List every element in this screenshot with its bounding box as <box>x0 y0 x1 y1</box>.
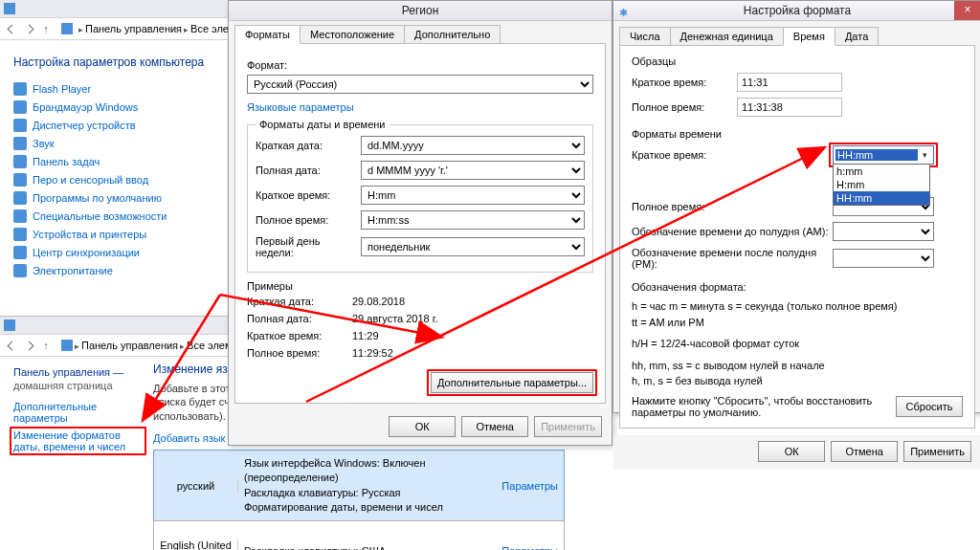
lang-add-button[interactable]: Добавить язык <box>153 432 225 444</box>
nav-fwd-icon[interactable] <box>21 21 36 36</box>
apply-button[interactable]: Применить <box>903 441 971 462</box>
example-value: 29.08.2018 <box>352 296 593 307</box>
reset-note: Нажмите кнопку "Сбросить", чтобы восстан… <box>632 395 886 418</box>
cp-item-icon <box>13 228 27 241</box>
highlight-advanced-params: Дополнительные параметры... <box>427 369 597 396</box>
cp-bottom-sidebar: Панель управления — домашняя страница До… <box>13 366 143 452</box>
ok-button[interactable]: ОК <box>389 416 456 437</box>
nav-up-icon[interactable]: ↑ <box>38 21 54 36</box>
region-tabstrip: Форматы Местоположение Дополнительно <box>234 25 606 44</box>
short-time-options[interactable]: h:mmH:mmHH:mm <box>833 164 930 206</box>
language-params-link[interactable]: Языковые параметры <box>247 101 354 113</box>
select-option[interactable]: h:mm <box>834 165 929 178</box>
cp-item-icon <box>13 246 27 259</box>
region-button-row: ОК Отмена Применить <box>229 410 612 445</box>
region-dialog: Регион Форматы Местоположение Дополнител… <box>228 0 612 446</box>
cancel-button[interactable]: Отмена <box>831 441 898 462</box>
region-row-select[interactable]: H:mm:ss <box>361 210 585 230</box>
am-label: Обозначение времени до полудня (AM): <box>632 226 833 237</box>
language-params-link[interactable]: Параметры <box>501 480 558 492</box>
cp-item-icon <box>13 155 27 168</box>
highlight-date-formats-link: Изменение форматов даты, времени и чисел <box>10 427 146 455</box>
region-row-select[interactable]: понедельник <box>361 237 585 256</box>
cp-item-icon <box>13 191 27 205</box>
datetime-formats-group: Форматы даты и времени Краткая дата:dd.M… <box>247 119 593 273</box>
language-params-link[interactable]: Параметры <box>501 545 558 550</box>
am-select[interactable] <box>833 222 934 241</box>
chevron-down-icon: ▾ <box>918 150 931 160</box>
nav-back-icon[interactable] <box>4 21 19 36</box>
region-row-select[interactable]: dd.MM.yyyy <box>361 136 585 155</box>
cp-item-icon <box>13 209 27 223</box>
cp-item-label: Панель задач <box>33 156 100 167</box>
tab-date[interactable]: Дата <box>835 27 879 46</box>
reset-button[interactable]: Сбросить <box>896 396 963 417</box>
example-label: Краткая дата: <box>247 296 352 307</box>
example-value: 11:29:52 <box>352 347 593 359</box>
sidebar-link-advanced[interactable]: Дополнительные параметры <box>13 401 143 424</box>
format-dialog-title-text: Настройка формата <box>744 4 851 17</box>
language-name: русский <box>160 480 238 492</box>
example-value: 29 августа 2018 г. <box>352 313 593 324</box>
nav-back-icon[interactable] <box>4 338 19 353</box>
format-select[interactable]: Русский (Россия) <box>247 75 593 94</box>
ok-button[interactable]: ОК <box>758 441 825 462</box>
select-option[interactable]: HH:mm <box>834 191 929 205</box>
region-row-label: Краткое время: <box>256 189 361 201</box>
breadcrumb-sep <box>184 23 189 34</box>
region-row-select[interactable]: d MMMM yyyy 'г.' <box>361 161 585 180</box>
advanced-params-button[interactable]: Дополнительные параметры... <box>431 372 593 393</box>
tab-formats[interactable]: Форматы <box>234 25 301 44</box>
region-row-select[interactable]: H:mm <box>361 186 585 205</box>
time-formats-legend: Форматы времени <box>632 128 963 140</box>
format-label: Формат: <box>247 59 593 71</box>
breadcrumb-sep <box>75 340 79 351</box>
language-info: Раскладка клавиатуры: США <box>244 544 496 550</box>
breadcrumb-seg1[interactable]: Панель управления <box>81 340 178 351</box>
samples-legend: Образцы <box>632 55 963 67</box>
cp-item-label: Брандмауэр Windows <box>33 101 138 113</box>
nav-up-icon[interactable]: ↑ <box>38 338 54 353</box>
short-time-select[interactable]: HH:mm ▾ h:mmH:mmHH:mm <box>833 145 934 165</box>
tab-advanced[interactable]: Дополнительно <box>404 25 501 44</box>
tab-numbers[interactable]: Числа <box>619 27 671 46</box>
region-row-label: Первый день недели: <box>256 235 361 258</box>
example-value: 11:29 <box>352 330 593 341</box>
sidebar-title: Панель управления — <box>13 366 143 378</box>
language-row[interactable]: English (United States)Раскладка клавиат… <box>153 520 565 550</box>
cp-item-icon <box>13 82 27 96</box>
samples-group: Образцы Краткое время: 11:31 Полное врем… <box>632 55 963 122</box>
cp-icon <box>61 23 73 34</box>
sample-short-label: Краткое время: <box>632 77 737 88</box>
legend-title: Обозначения формата: <box>632 281 963 293</box>
cp-item-label: Центр синхронизации <box>33 247 140 258</box>
format-settings-dialog: ✱ Настройка формата × Числа Денежная еди… <box>612 0 980 413</box>
select-option[interactable]: H:mm <box>834 178 929 191</box>
cp-item-label: Звук <box>33 138 55 149</box>
region-row-label: Полная дата: <box>256 165 361 176</box>
tab-location[interactable]: Местоположение <box>300 25 405 44</box>
sidebar-subtitle: домашняя страница <box>13 380 143 391</box>
sidebar-link-date-formats[interactable]: Изменение форматов даты, времени и чисел <box>13 429 143 452</box>
cp-icon <box>61 340 73 351</box>
breadcrumb-sep <box>78 23 83 34</box>
example-label: Краткое время: <box>247 330 352 341</box>
gear-icon: ✱ <box>619 3 628 22</box>
breadcrumb-seg1[interactable]: Панель управления <box>85 23 182 34</box>
pm-select[interactable] <box>833 249 934 268</box>
cp-item-label: Устройства и принтеры <box>33 229 146 240</box>
examples-legend: Примеры <box>247 280 593 292</box>
tab-currency[interactable]: Денежная единица <box>670 27 784 46</box>
close-icon[interactable]: × <box>954 1 980 20</box>
format-button-row: ОК Отмена Применить <box>613 435 980 470</box>
format-dialog-title: ✱ Настройка формата × <box>613 1 980 21</box>
cp-item-label: Перо и сенсорный ввод <box>33 174 148 186</box>
nav-fwd-icon[interactable] <box>21 338 36 353</box>
tab-time[interactable]: Время <box>783 27 835 46</box>
long-time-label: Полное время: <box>632 201 833 212</box>
region-row-label: Полное время: <box>256 214 361 226</box>
cp-bottom-sysicon <box>4 319 15 331</box>
language-row[interactable]: русскийЯзык интерфейса Windows: Включен … <box>153 450 565 522</box>
cancel-button[interactable]: Отмена <box>461 416 528 437</box>
example-label: Полная дата: <box>247 313 352 324</box>
